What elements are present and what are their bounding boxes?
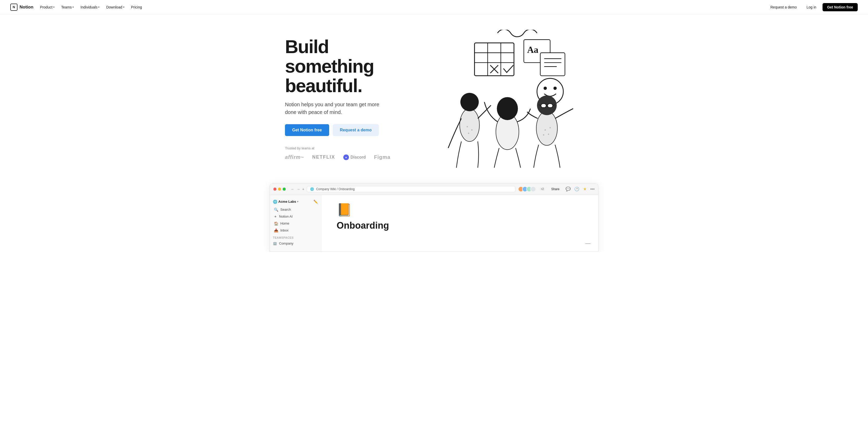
avatar-4	[530, 186, 536, 192]
globe-icon: 🌐	[310, 187, 314, 191]
notion-logo[interactable]: N Notion	[10, 4, 33, 11]
logo-bar: affirm~ NETFLIX ● Discord Figma	[285, 154, 418, 160]
nav-left: N Notion Product ▾ Teams ▾ Individuals ▾…	[10, 4, 145, 11]
svg-point-30	[468, 133, 469, 134]
nav-item-product[interactable]: Product ▾	[37, 4, 57, 11]
svg-point-17	[461, 93, 479, 111]
hero-illustration: Aa	[418, 30, 583, 168]
back-icon[interactable]: ←	[291, 187, 294, 191]
main-content: 📙 Onboarding —	[321, 195, 598, 251]
workspace-chevron-icon: ▾	[297, 200, 298, 203]
browser-navigation: ← → +	[291, 187, 304, 191]
company-icon: 🏢	[273, 241, 277, 245]
workspace-globe-icon: 🌐	[273, 200, 277, 204]
teamspaces-section-label: Teamspaces	[270, 234, 321, 240]
download-chevron-icon: ▾	[123, 6, 124, 8]
add-tab-icon[interactable]: +	[302, 187, 304, 191]
get-notion-free-hero-button[interactable]: Get Notion free	[285, 124, 329, 136]
sidebar-item-inbox[interactable]: 📥 Inbox	[271, 227, 320, 234]
new-page-icon[interactable]: ✏️	[313, 200, 318, 204]
request-demo-nav-button[interactable]: Request a demo	[767, 4, 800, 11]
history-icon[interactable]: 🕐	[574, 186, 580, 192]
page-icon: 📙	[337, 203, 583, 217]
svg-point-34	[549, 127, 551, 128]
avatar-count-badge: +2	[539, 187, 545, 191]
notion-logo-icon: N	[10, 4, 18, 11]
request-demo-hero-button[interactable]: Request a demo	[333, 124, 379, 136]
sidebar-workspace-header: 🌐 Acme Labs ▾ ✏️	[270, 198, 321, 205]
share-button[interactable]: Share	[549, 186, 562, 192]
discord-logo: ● Discord	[343, 155, 366, 160]
browser-bar: ← → + 🌐 Company Wiki / Onboarding	[270, 183, 598, 195]
sidebar-item-home[interactable]: 🏠 Home	[271, 220, 320, 227]
svg-point-14	[544, 87, 547, 90]
svg-point-33	[543, 134, 544, 136]
fullscreen-traffic-light[interactable]	[283, 187, 286, 191]
nav-right: Request a demo Log in Get Notion free	[767, 3, 858, 11]
browser-window: ← → + 🌐 Company Wiki / Onboarding	[270, 183, 598, 252]
svg-rect-9	[540, 53, 565, 76]
svg-rect-24	[548, 104, 553, 107]
svg-point-16	[460, 108, 479, 141]
product-chevron-icon: ▾	[53, 6, 55, 8]
star-icon[interactable]: ★	[583, 186, 587, 192]
nav-item-download[interactable]: Download ▾	[103, 4, 127, 11]
search-icon: 🔍	[274, 208, 278, 212]
affirm-logo: affirm~	[285, 154, 304, 160]
hero-title: Build something beautiful.	[285, 37, 418, 96]
avatar-group	[518, 186, 536, 192]
individuals-chevron-icon: ▾	[98, 6, 99, 8]
close-traffic-light[interactable]	[273, 187, 277, 191]
svg-point-15	[554, 87, 557, 90]
hero-subtitle: Notion helps you and your team get more …	[285, 101, 388, 116]
nav-item-pricing[interactable]: Pricing	[128, 4, 145, 11]
log-in-button[interactable]: Log in	[803, 4, 820, 11]
more-options-icon[interactable]: •••	[590, 187, 595, 192]
comment-icon[interactable]: 💬	[565, 186, 571, 192]
browser-url-bar[interactable]: 🌐 Company Wiki / Onboarding	[307, 186, 516, 192]
hero-svg-illustration: Aa	[418, 30, 583, 168]
app-body: 🌐 Acme Labs ▾ ✏️ 🔍 Search ✦ Notion AI	[270, 195, 598, 251]
hero-content: Build something beautiful. Notion helps …	[285, 37, 418, 160]
minimize-traffic-light[interactable]	[278, 187, 281, 191]
teams-chevron-icon: ▾	[72, 6, 74, 8]
sidebar-item-company[interactable]: 🏢 Company	[270, 240, 321, 247]
home-icon: 🏠	[274, 221, 278, 226]
app-preview-section: ← → + 🌐 Company Wiki / Onboarding	[0, 178, 868, 252]
breadcrumb: Company Wiki / Onboarding	[316, 187, 354, 191]
svg-point-18	[463, 105, 470, 109]
browser-actions: +2 Share 💬 🕐 ★ •••	[518, 186, 595, 192]
svg-point-32	[548, 133, 549, 135]
svg-point-21	[536, 111, 557, 145]
traffic-lights	[273, 187, 286, 191]
netflix-logo: NETFLIX	[312, 155, 335, 160]
discord-icon: ●	[343, 155, 349, 160]
get-notion-free-nav-button[interactable]: Get Notion free	[823, 3, 858, 11]
svg-point-31	[545, 129, 546, 131]
svg-point-29	[471, 129, 472, 131]
workspace-name: 🌐 Acme Labs ▾	[273, 200, 298, 204]
sidebar-item-notion-ai[interactable]: ✦ Notion AI	[271, 213, 320, 220]
figma-logo: Figma	[374, 154, 390, 160]
nav-item-individuals[interactable]: Individuals ▾	[78, 4, 102, 11]
trusted-label: Trusted by teams at	[285, 146, 418, 150]
navbar: N Notion Product ▾ Teams ▾ Individuals ▾…	[0, 0, 868, 14]
forward-icon[interactable]: →	[297, 187, 300, 191]
ai-icon: ✦	[274, 214, 277, 219]
sidebar: 🌐 Acme Labs ▾ ✏️ 🔍 Search ✦ Notion AI	[270, 195, 321, 251]
nav-item-teams[interactable]: Teams ▾	[59, 4, 76, 11]
svg-text:Aa: Aa	[527, 45, 538, 55]
svg-point-28	[467, 126, 468, 127]
hero-section: Build something beautiful. Notion helps …	[0, 14, 868, 178]
collapse-icon[interactable]: —	[585, 240, 590, 246]
sidebar-item-search[interactable]: 🔍 Search	[271, 206, 320, 213]
inbox-icon: 📥	[274, 229, 278, 233]
page-title: Onboarding	[337, 220, 583, 231]
svg-rect-23	[541, 104, 546, 107]
hero-ctas: Get Notion free Request a demo	[285, 124, 418, 136]
svg-point-20	[497, 97, 518, 120]
notion-logo-text: Notion	[20, 5, 33, 10]
